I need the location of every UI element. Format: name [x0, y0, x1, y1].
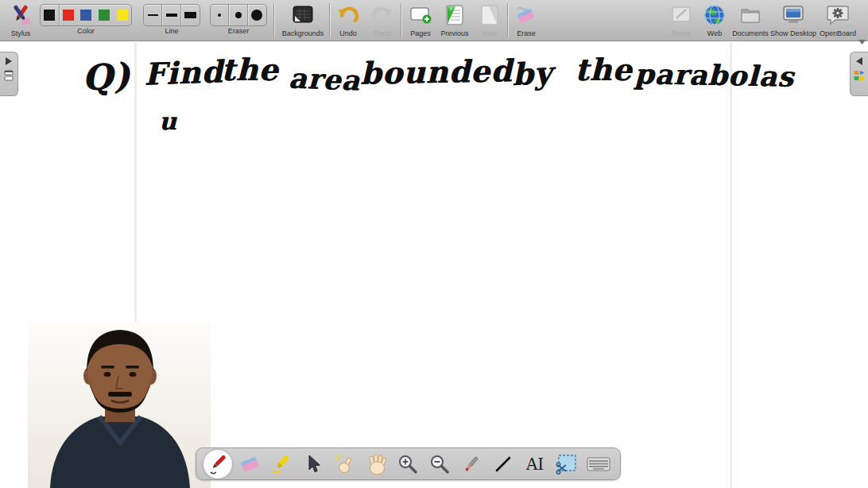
eraser-icon [238, 454, 261, 474]
toolbar-separator [329, 3, 330, 37]
small-eraser-icon [218, 14, 221, 17]
page-edge-line [730, 42, 732, 488]
keyboard-icon [587, 455, 610, 473]
board-icon [665, 2, 698, 29]
handwriting-word: the [221, 52, 278, 87]
stylus-label: Stylus [3, 29, 38, 37]
yellow-swatch [117, 10, 128, 21]
previous-page-icon [436, 2, 473, 29]
openboard-label: OpenBoard [817, 29, 858, 37]
highlighter-icon [270, 453, 293, 475]
tool-virtual-keyboard[interactable] [583, 449, 614, 479]
documents-folder-icon [730, 2, 771, 29]
previous-page-button[interactable]: Previous [436, 2, 473, 37]
large-eraser-icon [251, 10, 262, 21]
handwriting-word: the [575, 52, 632, 87]
redo-icon [366, 2, 399, 29]
previous-label: Previous [436, 29, 473, 37]
board-mode-button[interactable]: Board [665, 2, 698, 37]
medium-line-icon [166, 14, 177, 17]
top-toolbar: Stylus Color Line Eraser [0, 0, 868, 41]
handwriting-question-label: Q) [80, 55, 132, 99]
laser-pointer-icon [461, 454, 482, 474]
tool-zoom-in[interactable] [393, 449, 423, 479]
color-swatch-yellow[interactable] [113, 5, 131, 25]
line-thin-option[interactable] [144, 5, 162, 25]
stylus-icon [3, 2, 38, 29]
pages-label: Pages [404, 29, 437, 37]
tool-selector[interactable] [298, 449, 328, 479]
undo-label: Undo [331, 29, 365, 37]
redo-label: Redo [366, 29, 399, 37]
documents-mode-button[interactable]: Documents [730, 2, 771, 37]
tool-eraser[interactable] [234, 449, 265, 479]
handwriting-word: bounded [360, 52, 513, 91]
backgrounds-icon [278, 2, 327, 29]
red-swatch [63, 10, 74, 21]
show-desktop-label: Show Desktop [768, 29, 819, 37]
line-medium-option[interactable] [162, 5, 180, 25]
handwriting-partial-stroke: u [159, 107, 177, 135]
handwriting-word: parabolas [634, 57, 794, 92]
next-page-icon [474, 2, 506, 29]
thin-line-icon [148, 14, 158, 16]
handwriting-word: by [511, 55, 553, 93]
toolbar-separator [273, 3, 274, 37]
drawing-canvas[interactable]: Q) Find the area bounded by the parabola… [0, 42, 868, 488]
library-tab[interactable] [850, 52, 868, 96]
show-desktop-button[interactable]: Show Desktop [768, 2, 819, 37]
backgrounds-button[interactable]: Backgrounds [278, 2, 327, 37]
expand-left-arrow-icon [855, 57, 863, 65]
color-swatch-red[interactable] [60, 5, 78, 25]
tool-capture[interactable] [552, 449, 582, 479]
tool-laser-pointer[interactable] [456, 449, 486, 479]
eraser-small-option[interactable] [211, 5, 229, 25]
redo-button[interactable]: Redo [366, 2, 399, 37]
library-icon [854, 70, 865, 81]
tool-highlighter[interactable] [266, 449, 296, 479]
backgrounds-label: Backgrounds [278, 29, 327, 37]
toolbar-separator [507, 3, 508, 37]
line-thick-option[interactable] [181, 5, 200, 25]
erase-page-button[interactable]: Erase [510, 2, 543, 37]
show-desktop-monitor-icon [768, 2, 819, 29]
stylus-toolbar: AI [196, 447, 621, 480]
openboard-gear-icon [817, 2, 858, 29]
eraser-medium-option[interactable] [229, 5, 247, 25]
handwriting-word: area [288, 61, 360, 96]
tool-interact[interactable] [330, 449, 360, 479]
interact-hand-icon [334, 453, 356, 475]
zoom-in-icon [397, 454, 418, 474]
webcam-presenter-overlay [28, 322, 211, 488]
erase-icon [510, 2, 543, 29]
color-group: Color [40, 2, 132, 35]
line-label: Line [143, 27, 200, 35]
tool-pen[interactable] [203, 449, 233, 479]
documents-label: Documents [730, 29, 771, 37]
tool-zoom-out[interactable] [424, 449, 455, 479]
undo-button[interactable]: Undo [331, 2, 365, 37]
next-page-button[interactable]: Next [474, 2, 506, 37]
handwriting-word: Find [143, 53, 223, 91]
color-swatch-black[interactable] [41, 5, 60, 25]
toolbar-collapse-arrow[interactable] [858, 33, 866, 48]
web-globe-icon [699, 2, 730, 29]
toolbar-separator [401, 3, 401, 37]
tool-pan[interactable] [362, 449, 392, 479]
line-tool-icon [494, 455, 513, 474]
tool-text[interactable]: AI [520, 449, 550, 479]
pages-button[interactable]: Pages [404, 2, 437, 37]
green-swatch [99, 10, 110, 21]
eraser-large-option[interactable] [248, 5, 266, 25]
stylus-menu-button[interactable]: Stylus [3, 2, 38, 37]
web-mode-button[interactable]: Web [699, 2, 730, 37]
tool-line[interactable] [488, 449, 518, 479]
presenter-figure [28, 322, 211, 488]
hand-pan-icon [366, 453, 387, 475]
color-swatch-green[interactable] [95, 5, 114, 25]
pen-icon [207, 453, 229, 475]
openboard-settings-button[interactable]: OpenBoard [817, 2, 858, 37]
page-navigator-tab[interactable] [0, 52, 18, 96]
color-swatch-blue[interactable] [77, 5, 95, 25]
board-label: Board [665, 29, 698, 37]
